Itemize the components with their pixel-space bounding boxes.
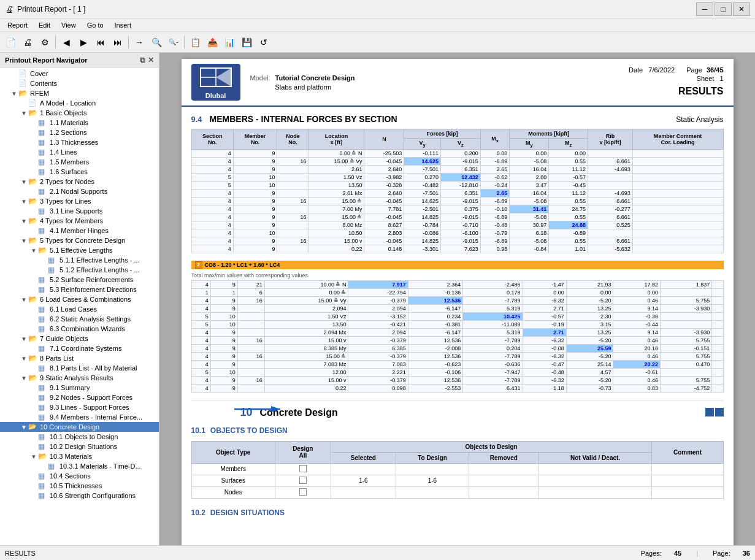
menu-insert[interactable]: Insert [110, 20, 137, 30]
content-area[interactable]: Dlubal Model: Tutorial Concrete Design S… [159, 53, 755, 545]
toolbar: 📄 🖨 ⚙ ◀ ▶ ⏮ ⏭ → 🔍 🔍- 📋 📤 📊 💾 ↺ [0, 32, 755, 53]
sidebar-item-reinf-dir[interactable]: 5.3 Reinforcement Directions [0, 285, 159, 294]
toolbar-save[interactable]: 💾 [239, 34, 255, 50]
sidebar-item-objects-design[interactable]: 10.1 Objects to Design [0, 432, 159, 442]
th-rib: Ribv [kip/ft] [588, 129, 633, 150]
logo-svg [197, 65, 234, 90]
sidebar-item-coord[interactable]: 7.1 Coordinate Systems [0, 343, 159, 353]
toolbar-export[interactable]: 📤 [204, 34, 220, 50]
toolbar-zoom-in[interactable]: 🔍 [148, 34, 164, 50]
sidebar-item-members[interactable]: 1.5 Members [0, 157, 159, 167]
sidebar-item-combo-wiz[interactable]: 6.3 Combination Wizards [0, 324, 159, 334]
sidebar-close-icon[interactable]: ✕ [148, 56, 154, 64]
sidebar-item-surfaces[interactable]: 1.6 Surfaces [0, 167, 159, 177]
toolbar-sep-3 [184, 36, 185, 48]
sidebar-item-members-internal[interactable]: 9.4 Members - Internal Force... [0, 412, 159, 422]
arrow-svg [228, 400, 289, 418]
lc1-label: 6.1 Load Cases [50, 305, 97, 313]
sidebar-restore-icon[interactable]: ⧉ [140, 56, 145, 64]
sidebar-item-sa-settings[interactable]: 6.2 Static Analysis Settings [0, 314, 159, 324]
sidebar-item-types-concrete[interactable]: ▼ 5 Types for Concrete Design [0, 236, 159, 245]
sidebar-item-types-nodes[interactable]: ▼ 2 Types for Nodes [0, 177, 159, 186]
toolbar-prev[interactable]: ◀ [58, 34, 74, 50]
sidebar-item-nodes-sf[interactable]: 9.2 Nodes - Support Forces [0, 393, 159, 402]
sidebar-item-basic-objects[interactable]: ▼ 1 Basic Objects [0, 108, 159, 118]
nodal-icon [38, 187, 48, 196]
menu-goto[interactable]: Go to [82, 20, 109, 30]
toolbar-new[interactable]: 📄 [2, 34, 18, 50]
minimize-btn[interactable]: ─ [696, 2, 713, 16]
toolbar-goto[interactable]: → [131, 34, 147, 50]
sidebar-item-summary[interactable]: 9.1 Summary [0, 383, 159, 393]
sidebar-item-eff-len-1[interactable]: 5.1.1 Effective Lengths - ... [0, 255, 159, 265]
sidebar-item-lc[interactable]: 6.1 Load Cases [0, 304, 159, 314]
toggle: ▼ [20, 218, 28, 224]
hinge-label: 4.1 Member Hinges [50, 227, 109, 234]
sidebar-item-nodal[interactable]: 2.1 Nodal Supports [0, 186, 159, 196]
cover-icon [18, 69, 28, 78]
od-icon [38, 432, 48, 441]
toggle: ▼ [20, 296, 28, 303]
th-vz: Vz [440, 139, 480, 150]
sidebar-item-surf-reinf[interactable]: 5.2 Surface Reinforcements [0, 275, 159, 285]
sec-102-num: 10.2 [191, 508, 205, 517]
sidebar-item-eff-len[interactable]: ▼ 5.1 Effective Lengths [0, 245, 159, 255]
sidebar-item-materials[interactable]: 1.1 Materials [0, 118, 159, 128]
report-page: Dlubal Model: Tutorial Concrete Design S… [182, 59, 734, 545]
toolbar-settings[interactable]: ⚙ [37, 34, 53, 50]
sidebar-item-rfem[interactable]: ▼ RFEM [0, 88, 159, 98]
sidebar-item-cover[interactable]: Cover [0, 69, 159, 79]
sidebar-item-types-members[interactable]: ▼ 4 Types for Members [0, 216, 159, 226]
th-n: N [364, 129, 404, 150]
sidebar-item-lines-sf[interactable]: 9.3 Lines - Support Forces [0, 402, 159, 412]
maximize-btn[interactable]: □ [715, 2, 732, 16]
t10-icon [38, 481, 48, 490]
sec-102-title: DESIGN SITUATIONS [210, 508, 285, 517]
toolbar-print[interactable]: 🖨 [20, 34, 36, 50]
sas-label: 6.2 Static Analysis Settings [50, 315, 131, 323]
sidebar-item-guide[interactable]: ▼ 7 Guide Objects [0, 334, 159, 343]
lsup-icon [38, 207, 48, 215]
sidebar-item-hinges[interactable]: 4.1 Member Hinges [0, 226, 159, 236]
menu-report[interactable]: Report [2, 20, 33, 30]
sidebar-item-design-sit[interactable]: 10.2 Design Situations [0, 442, 159, 451]
lsup-label: 3.1 Line Supports [50, 207, 102, 215]
toolbar-export-pdf[interactable]: 📋 [187, 34, 203, 50]
sidebar-item-linesupports[interactable]: 3.1 Line Supports [0, 206, 159, 216]
sidebar-item-strength[interactable]: 10.6 Strength Configurations [0, 491, 159, 501]
sidebar-item-load-cases[interactable]: ▼ 6 Load Cases & Combinations [0, 294, 159, 304]
sidebar-item-sections-10[interactable]: 10.4 Sections [0, 471, 159, 481]
td-col: To Design [396, 452, 469, 463]
sidebar-item-lines[interactable]: 1.4 Lines [0, 147, 159, 157]
sidebar-item-parts[interactable]: ▼ 8 Parts List [0, 353, 159, 363]
close-btn[interactable]: ✕ [733, 2, 750, 16]
toolbar-zoom-out[interactable]: 🔍- [166, 34, 182, 50]
hinge-icon [38, 226, 48, 235]
sidebar-item-mat-time[interactable]: 10.3.1 Materials - Time-D... [0, 461, 159, 471]
sidebar-tree[interactable]: Cover Contents ▼ RFEM A Model - L [0, 67, 159, 545]
m10-icon [38, 452, 48, 461]
sr-label: 5.2 Surface Reinforcements [50, 276, 133, 283]
sidebar-item-static[interactable]: ▼ 9 Static Analysis Results [0, 373, 159, 383]
sidebar-item-types-lines[interactable]: ▼ 3 Types for Lines [0, 196, 159, 206]
sidebar-item-parts-all[interactable]: 8.1 Parts List - All by Material [0, 363, 159, 373]
sidebar-item-thicknesses[interactable]: 1.3 Thicknesses [0, 137, 159, 147]
toolbar-last[interactable]: ⏭ [110, 34, 126, 50]
tc-label: 5 Types for Concrete Design [40, 237, 125, 244]
sidebar-item-contents[interactable]: Contents [0, 79, 159, 88]
menu-view[interactable]: View [56, 20, 81, 30]
toolbar-refresh[interactable]: ↺ [256, 34, 272, 50]
toolbar-chart[interactable]: 📊 [221, 34, 237, 50]
nsf-label: 9.2 Nodes - Support Forces [50, 394, 132, 401]
cs-label: 7.1 Coordinate Systems [50, 345, 121, 352]
sum-label: 9.1 Summary [50, 384, 90, 391]
sidebar-item-mat-10[interactable]: ▼ 10.3 Materials [0, 451, 159, 461]
sidebar-item-sections[interactable]: 1.2 Sections [0, 128, 159, 137]
toolbar-first[interactable]: ⏮ [93, 34, 109, 50]
sidebar-item-thick-10[interactable]: 10.5 Thicknesses [0, 481, 159, 491]
toolbar-next[interactable]: ▶ [75, 34, 91, 50]
sidebar-item-model[interactable]: A Model - Location [0, 98, 159, 108]
menu-edit[interactable]: Edit [34, 20, 55, 30]
sidebar-item-eff-len-2[interactable]: 5.1.2 Effective Lengths - ... [0, 265, 159, 275]
sidebar-item-concrete[interactable]: ▼ 📂 10 Concrete Design [0, 422, 159, 432]
